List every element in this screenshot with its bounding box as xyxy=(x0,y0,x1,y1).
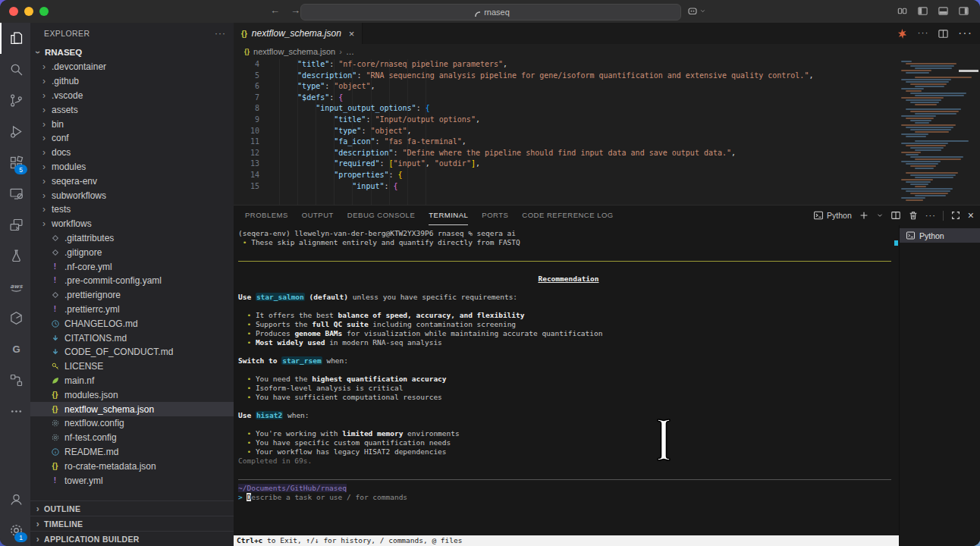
tree-folder--vscode[interactable]: ›.vscode xyxy=(30,89,234,103)
terminal[interactable]: (seqera-env) llewelyn-van-der-berg@KTW2Y… xyxy=(234,225,899,546)
tree-file-main-nf[interactable]: main.nf xyxy=(30,374,234,388)
section-outline[interactable]: ›OUTLINE xyxy=(30,500,234,516)
diamond-icon xyxy=(50,248,60,257)
activity-item-extensions[interactable]: 5 xyxy=(0,147,30,178)
activity-item-workflow[interactable] xyxy=(0,365,30,396)
code-text: "fa_icon": "fas fa-terminal", xyxy=(262,136,466,148)
activity-item-settings[interactable]: 1 xyxy=(0,515,30,546)
tree-folder-docs[interactable]: ›docs xyxy=(30,146,234,160)
tree-folder-bin[interactable]: ›bin xyxy=(30,117,234,131)
project-root-row[interactable]: › RNASEQ xyxy=(30,44,234,60)
tree-file-readme-md[interactable]: README.md xyxy=(30,445,234,460)
tree-file-modules-json[interactable]: {}modules.json xyxy=(30,388,234,402)
tree-folder-subworkflows[interactable]: ›subworkflows xyxy=(30,188,234,202)
tree-file--gitattributes[interactable]: .gitattributes xyxy=(30,231,234,246)
tab-nextflow-schema-json[interactable]: {} nextflow_schema.json × xyxy=(234,23,363,44)
tree-folder--devcontainer[interactable]: ›.devcontainer xyxy=(30,60,234,74)
terminal-shell-button[interactable]: Python xyxy=(813,210,852,221)
toggle-panel-icon[interactable] xyxy=(938,5,949,17)
split-editor-icon[interactable] xyxy=(938,28,949,39)
activity-item-package[interactable] xyxy=(0,303,30,334)
terminal-segment: highest quantification accuracy xyxy=(312,375,446,383)
tree-folder-seqera-env[interactable]: ›seqera-env xyxy=(30,174,234,188)
schema-icon[interactable] xyxy=(917,28,928,39)
tree-file--prettierrc-yml[interactable]: !.prettierrc.yml xyxy=(30,303,234,317)
tree-file--pre-commit-config-yaml[interactable]: !.pre-commit-config.yaml xyxy=(30,274,234,288)
back-icon[interactable]: ← xyxy=(270,5,280,16)
tree-file-ro-crate-metadata-json[interactable]: {}ro-crate-metadata.json xyxy=(30,459,234,473)
tree-file-nextflow-schema-json[interactable]: {}nextflow_schema.json xyxy=(30,402,234,416)
split-terminal-icon[interactable] xyxy=(890,210,901,221)
tree-folder-tests[interactable]: ›tests xyxy=(30,202,234,217)
tree-folder-assets[interactable]: ›assets xyxy=(30,102,234,117)
close-tab-icon[interactable]: × xyxy=(349,28,355,39)
copilot-menu-button[interactable] xyxy=(686,5,706,17)
activity-item-more[interactable] xyxy=(0,396,30,427)
activity-item-remote-explorer[interactable] xyxy=(0,178,30,209)
activity-item-aws[interactable] xyxy=(0,271,30,303)
breadcrumb[interactable]: {} nextflow_schema.json › … xyxy=(234,44,980,59)
badge: 1 xyxy=(14,532,27,542)
tree-file-license[interactable]: LICENSE xyxy=(30,359,234,374)
panel-tab-code-reference-log[interactable]: CODE REFERENCE LOG xyxy=(522,206,613,225)
minimize-window-button[interactable] xyxy=(24,7,33,16)
kill-terminal-icon[interactable] xyxy=(908,210,919,221)
activity-item-gitlens[interactable] xyxy=(0,334,30,365)
activity-item-dev-containers[interactable] xyxy=(0,209,30,240)
code-editor[interactable]: 4 "title": "nf-core/rnaseq pipeline para… xyxy=(234,59,980,205)
tree-file--prettierignore[interactable]: .prettierignore xyxy=(30,288,234,303)
item-label: nextflow.config xyxy=(64,418,124,428)
activity-item-run-debug[interactable] xyxy=(0,116,30,147)
activity-item-explorer[interactable] xyxy=(0,23,30,54)
activity-item-testing[interactable] xyxy=(0,240,30,271)
tree-folder-conf[interactable]: ›conf xyxy=(30,131,234,146)
panel-tab-debug-console[interactable]: DEBUG CONSOLE xyxy=(347,206,415,225)
command-center-search[interactable]: rnaseq xyxy=(300,4,681,20)
tree-file-nextflow-config[interactable]: nextflow.config xyxy=(30,416,234,431)
maximize-panel-icon[interactable] xyxy=(950,210,961,221)
section-application-builder[interactable]: ›APPLICATION BUILDER xyxy=(30,531,234,546)
minimap-line xyxy=(899,118,980,119)
json-file-icon: {} xyxy=(241,30,247,38)
traffic-lights xyxy=(9,7,49,16)
tree-file-citations-md[interactable]: CITATIONS.md xyxy=(30,331,234,345)
tree-file-code-of-conduct-md[interactable]: CODE_OF_CONDUCT.md xyxy=(30,345,234,359)
badge: 5 xyxy=(14,165,27,174)
tree-file-nf-test-config[interactable]: nf-test.config xyxy=(30,431,234,445)
activity-item-accounts[interactable] xyxy=(0,484,30,515)
minimap-line xyxy=(899,149,980,151)
tree-file-tower-yml[interactable]: !tower.yml xyxy=(30,473,234,488)
terminal-instance-python[interactable]: Python xyxy=(900,228,980,243)
panel-more-actions-icon[interactable]: ··· xyxy=(925,211,936,220)
close-panel-icon[interactable]: × xyxy=(968,210,974,221)
tree-file--nf-core-yml[interactable]: !.nf-core.yml xyxy=(30,259,234,274)
tree-folder-modules[interactable]: ›modules xyxy=(30,160,234,174)
editor-more-actions-icon[interactable]: ··· xyxy=(958,27,972,40)
toggle-secondary-sidebar-icon[interactable] xyxy=(958,5,969,17)
zoom-window-button[interactable] xyxy=(39,7,49,16)
tree-folder-workflows[interactable]: ›workflows xyxy=(30,217,234,231)
activity-item-source-control[interactable] xyxy=(0,85,30,116)
tree-folder--github[interactable]: ›.github xyxy=(30,74,234,89)
activity-item-search[interactable] xyxy=(0,54,30,85)
section-timeline[interactable]: ›TIMELINE xyxy=(30,516,234,531)
new-terminal-icon[interactable] xyxy=(859,210,869,221)
tree-file-changelog-md[interactable]: CHANGELOG.md xyxy=(30,316,234,331)
gear-icon xyxy=(51,419,60,428)
chevron-down-icon[interactable] xyxy=(876,212,884,219)
minimap[interactable] xyxy=(899,59,980,205)
code-token: , xyxy=(503,60,507,68)
toggle-sidebar-icon[interactable] xyxy=(917,5,928,17)
tree-file--gitignore[interactable]: .gitignore xyxy=(30,245,234,259)
panel-tab-ports[interactable]: PORTS xyxy=(482,206,508,225)
close-window-button[interactable] xyxy=(9,7,18,16)
terminal-segment: including contamination screening xyxy=(369,320,516,328)
panel-tab-terminal[interactable]: TERMINAL xyxy=(429,206,468,225)
flame-icon[interactable] xyxy=(897,28,908,39)
grid-icon[interactable] xyxy=(897,5,908,17)
forward-icon[interactable]: → xyxy=(291,5,300,16)
panel-tab-output[interactable]: OUTPUT xyxy=(302,206,334,225)
panel-tab-problems[interactable]: PROBLEMS xyxy=(245,206,288,225)
explorer-more-actions-icon[interactable]: ··· xyxy=(215,28,226,39)
editor-area: {} nextflow_schema.json × ··· {} nextflo… xyxy=(234,23,980,205)
